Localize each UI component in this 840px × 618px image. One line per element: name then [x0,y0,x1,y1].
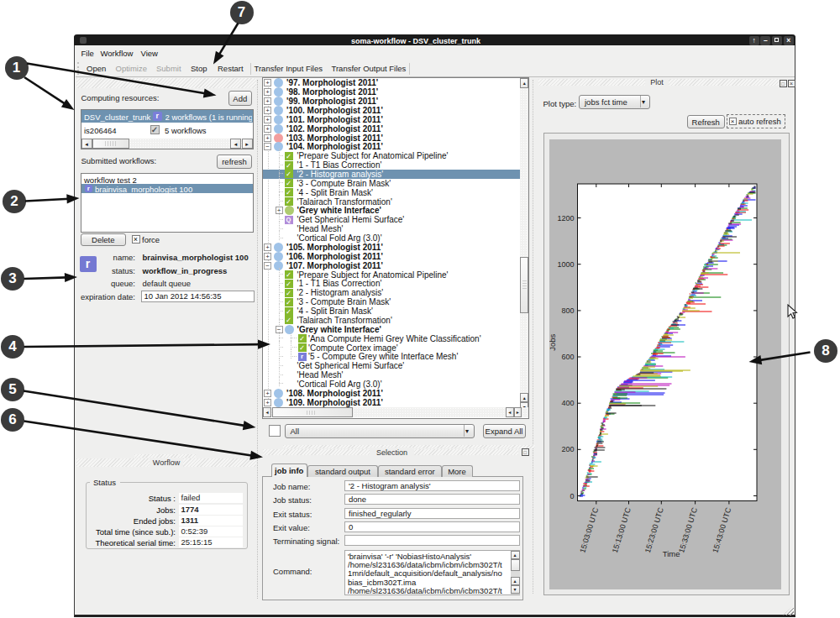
svg-text:1200: 1200 [557,213,574,222]
svg-text:200: 200 [561,445,574,453]
svg-text:0: 0 [570,491,574,500]
svg-text:400: 400 [561,399,574,407]
svg-text:15:23:00 UTC: 15:23:00 UTC [643,505,665,553]
svg-text:Time: Time [663,548,680,558]
svg-text:Jobs: Jobs [549,333,557,350]
svg-text:15:43:00 UTC: 15:43:00 UTC [711,505,732,553]
svg-text:600: 600 [561,353,574,361]
svg-text:800: 800 [561,306,574,314]
svg-text:15:03:00 UTC: 15:03:00 UTC [578,505,600,553]
svg-text:15:13:00 UTC: 15:13:00 UTC [611,505,633,553]
svg-text:1000: 1000 [557,259,574,268]
svg-text:15:33:00 UTC: 15:33:00 UTC [677,505,699,553]
